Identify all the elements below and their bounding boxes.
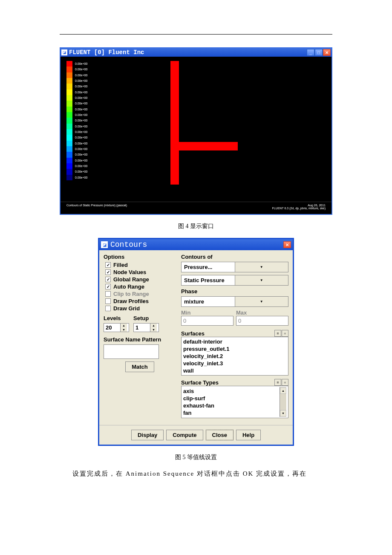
window-title: FLUENT [0] Fluent Inc (69, 49, 307, 56)
color-scale-bar (66, 61, 72, 180)
phase-label: Phase (181, 288, 288, 295)
option-draw-profiles[interactable]: Draw Profiles (105, 298, 176, 304)
min-input (181, 316, 233, 326)
select-all-icon[interactable]: ≡ (274, 330, 281, 337)
list-item[interactable]: velocity_inlet.3 (183, 360, 286, 367)
checkbox-icon[interactable] (105, 306, 111, 311)
option-label: Draw Profiles (113, 298, 149, 304)
list-item[interactable]: velocity_inlet.2 (183, 353, 286, 360)
option-clip-to-range: Clip to Range (105, 291, 176, 297)
match-button[interactable]: Match (125, 361, 154, 372)
select-all-icon[interactable]: ≡ (274, 379, 281, 386)
max-label: Max (236, 309, 288, 316)
body-paragraph: 设置完成后，在 Animation Sequence 对话框中点击 OK 完成设… (60, 470, 332, 478)
scale-value: 0.00e+00 (75, 118, 87, 123)
list-item[interactable]: wall (183, 367, 286, 374)
scale-value: 0.00e+00 (75, 163, 87, 169)
option-draw-grid[interactable]: Draw Grid (105, 305, 176, 312)
levels-spinner[interactable]: ▲▼ (104, 323, 129, 332)
scale-value: 0.00e+00 (75, 135, 87, 140)
checkbox-icon[interactable]: ✓ (105, 262, 111, 268)
option-label: Draw Grid (113, 305, 140, 312)
up-arrow-icon[interactable]: ▲ (121, 324, 127, 328)
surface-types-listbox[interactable]: axisclip-surfexhaust-fanfan ▲ ▼ (181, 386, 288, 418)
setup-label: Setup (133, 315, 159, 321)
option-auto-range[interactable]: ✓Auto Range (105, 283, 176, 290)
option-label: Filled (113, 262, 128, 268)
footer-date: Aug 26, 2011 (308, 204, 326, 207)
max-input (236, 316, 288, 326)
checkbox-icon[interactable]: ✓ (105, 269, 111, 275)
figure4-caption: 图 4 显示窗口 (60, 223, 332, 230)
display-button[interactable]: Display (131, 430, 164, 440)
setup-spinner[interactable]: ▲▼ (133, 323, 159, 332)
option-filled[interactable]: ✓Filled (105, 262, 176, 268)
checkbox-icon[interactable]: ✓ (105, 277, 111, 282)
geometry-vertical (170, 61, 179, 185)
compute-button[interactable]: Compute (166, 430, 203, 440)
surfaces-listbox[interactable]: default-interiorpressure_outlet.1velocit… (181, 337, 288, 376)
min-label: Min (181, 309, 233, 316)
options-label: Options (104, 254, 176, 260)
contours-of-label: Contours of (181, 254, 288, 260)
setup-input[interactable] (134, 324, 150, 332)
option-global-range[interactable]: ✓Global Range (105, 276, 176, 283)
option-label: Clip to Range (113, 291, 149, 297)
figure5-caption: 图 5 等值线设置 (60, 454, 332, 461)
footer-left-text: Contours of Static Pressure (mixture) (p… (66, 204, 127, 210)
app-icon: ◪ (61, 49, 67, 55)
fluent-titlebar: ◪ FLUENT [0] Fluent Inc _ □ ✕ (61, 48, 331, 57)
chevron-down-icon[interactable]: ▼ (235, 275, 288, 285)
checkbox-icon[interactable] (105, 298, 111, 304)
option-label: Global Range (113, 276, 149, 283)
close-button[interactable]: ✕ (323, 49, 331, 56)
scale-value: 0.00e+00 (75, 124, 87, 129)
list-item[interactable]: fan (183, 409, 280, 416)
down-arrow-icon[interactable]: ▼ (150, 328, 157, 332)
scale-value: 0.00e+00 (75, 66, 87, 72)
checkbox-icon[interactable]: ✓ (105, 284, 111, 289)
list-item[interactable]: default-interior (183, 338, 286, 345)
list-item[interactable]: pressure_outlet.1 (183, 345, 286, 353)
scrollbar[interactable]: ▲ ▼ (280, 387, 286, 417)
pattern-input[interactable] (104, 344, 159, 359)
contours-dialog: ◪ Contours ✕ Options ✓Filled✓Node Values… (98, 238, 294, 446)
scale-value: 0.00e+00 (75, 84, 87, 89)
scale-value: 0.00e+00 (75, 169, 87, 174)
scale-value: 0.00e+00 (75, 95, 87, 101)
scale-value: 0.00e+00 (75, 101, 87, 106)
list-item[interactable]: exhaust-fan (183, 402, 280, 409)
scale-value: 0.00e+00 (75, 152, 87, 157)
scale-value: 0.00e+00 (75, 61, 87, 66)
list-item[interactable]: axis (183, 387, 280, 395)
scale-value: 0.00e+00 (75, 112, 87, 118)
color-scale-labels: 0.00e+000.00e+000.00e+000.00e+000.00e+00… (75, 61, 87, 180)
checkbox-icon (105, 291, 111, 297)
down-arrow-icon[interactable]: ▼ (121, 328, 127, 332)
surfaces-label: Surfaces (181, 330, 274, 337)
deselect-all-icon[interactable]: = (282, 379, 288, 386)
contours-close-button[interactable]: ✕ (283, 241, 291, 248)
close-dialog-button[interactable]: Close (206, 430, 233, 440)
deselect-all-icon[interactable]: = (282, 330, 288, 337)
chevron-down-icon[interactable]: ▼ (235, 262, 288, 272)
levels-input[interactable] (104, 324, 120, 332)
maximize-button[interactable]: □ (315, 49, 323, 56)
up-arrow-icon[interactable]: ▲ (150, 324, 157, 328)
scale-value: 0.00e+00 (75, 158, 87, 163)
scroll-down-icon[interactable]: ▼ (280, 410, 286, 416)
option-label: Auto Range (113, 283, 144, 290)
contours-title-text: Contours (110, 240, 283, 249)
scroll-up-icon[interactable]: ▲ (280, 387, 286, 394)
chevron-down-icon[interactable]: ▼ (235, 297, 288, 306)
option-node-values[interactable]: ✓Node Values (105, 269, 176, 275)
list-item[interactable]: clip-surf (183, 395, 280, 402)
scale-value: 0.00e+00 (75, 175, 87, 180)
minimize-button[interactable]: _ (307, 49, 314, 56)
pattern-label: Surface Name Pattern (104, 336, 176, 343)
variable-select[interactable]: Static Pressure ▼ (181, 275, 288, 286)
surface-types-label: Surface Types (181, 379, 274, 386)
variable-category-select[interactable]: Pressure... ▼ (181, 262, 288, 272)
phase-select[interactable]: mixture ▼ (181, 296, 288, 307)
help-button[interactable]: Help (236, 430, 261, 440)
